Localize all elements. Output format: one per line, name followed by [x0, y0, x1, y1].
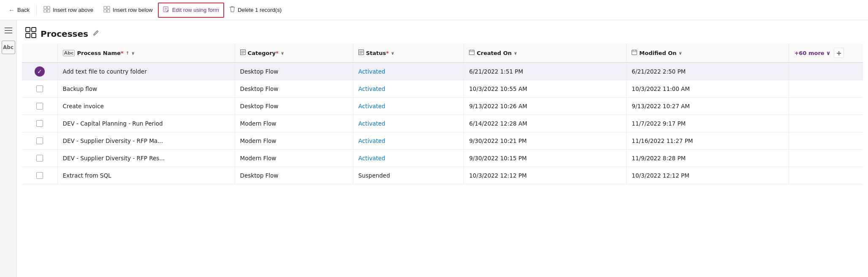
title-edit-icon[interactable] [92, 30, 99, 38]
created-on-cell: 9/30/2022 10:15 PM [464, 150, 627, 167]
modified-on-cell: 11/9/2022 8:28 PM [627, 150, 789, 167]
created-on-sort-icon[interactable]: ∨ [514, 51, 517, 55]
category-column-header[interactable]: Category* ∨ [235, 44, 353, 63]
more-columns-header[interactable]: +60 more ∨ + [789, 44, 863, 63]
more-data-cell [789, 63, 863, 80]
more-columns-chevron: ∨ [826, 50, 831, 56]
category-cell: Desktop Flow [235, 98, 353, 115]
edit-form-icon [163, 6, 170, 14]
table-header-row: Abc Process Name* ↑ ∨ [22, 44, 863, 63]
table-row[interactable]: DEV - Supplier Diversity - RFP Res...Mod… [22, 150, 863, 167]
row-checkbox[interactable] [36, 172, 43, 179]
status-activated: Activated [358, 85, 385, 92]
add-column-button[interactable]: + [834, 48, 844, 58]
checkbox-column-header [22, 44, 57, 63]
process-name-col-icon: Abc [63, 50, 75, 56]
row-checkbox[interactable] [36, 120, 43, 127]
svg-rect-0 [44, 6, 46, 9]
modified-on-sort-icon[interactable]: ∨ [679, 51, 682, 55]
svg-rect-5 [107, 6, 110, 9]
table-body: ✓Add text file to country folderDesktop … [22, 63, 863, 184]
row-checkbox-cell[interactable] [22, 150, 57, 167]
more-columns-button[interactable]: +60 more ∨ [794, 50, 830, 56]
insert-row-below-button[interactable]: Insert row below [98, 3, 158, 18]
required-star-2: * [276, 50, 279, 56]
status-activated: Activated [358, 68, 385, 75]
back-label: Back [17, 7, 30, 13]
delete-record-button[interactable]: Delete 1 record(s) [224, 3, 287, 18]
modified-on-column-header[interactable]: Modified On ∨ [627, 44, 789, 63]
insert-above-icon [43, 6, 50, 14]
more-data-cell [789, 80, 863, 98]
row-checkbox-cell[interactable] [22, 167, 57, 184]
svg-rect-4 [104, 6, 106, 9]
row-checkbox-cell[interactable]: ✓ [22, 63, 57, 80]
modified-on-cell: 10/3/2022 11:00 AM [627, 80, 789, 98]
created-on-cell: 6/21/2022 1:51 PM [464, 63, 627, 80]
sort-asc-icon[interactable]: ↑ [126, 51, 129, 55]
row-checkbox[interactable] [36, 85, 43, 92]
modified-on-cell: 9/13/2022 10:27 AM [627, 98, 789, 115]
process-name-cell: Extract from SQL [57, 167, 235, 184]
row-checkbox[interactable] [36, 137, 43, 144]
category-col-label: Category* [248, 50, 279, 56]
table-row[interactable]: DEV - Supplier Diversity - RFP Ma...Mode… [22, 132, 863, 150]
table-row[interactable]: ✓Add text file to country folderDesktop … [22, 63, 863, 80]
status-col-label: Status* [366, 50, 389, 56]
row-checkbox-cell[interactable] [22, 132, 57, 150]
status-sort-icon[interactable]: ∨ [391, 51, 394, 55]
insert-row-above-button[interactable]: Insert row above [38, 3, 98, 18]
modified-on-cell: 6/21/2022 2:50 PM [627, 63, 789, 80]
category-sort-icon[interactable]: ∨ [281, 51, 284, 55]
delete-label: Delete 1 record(s) [238, 7, 282, 13]
edit-row-form-button[interactable]: Edit row using form [158, 3, 224, 18]
status-column-header[interactable]: Status* ∨ [353, 44, 464, 63]
page-title: Processes [41, 29, 88, 39]
status-cell: Activated [353, 115, 464, 132]
separator-1 [36, 5, 37, 15]
menu-icon[interactable] [2, 24, 15, 37]
process-name-cell: DEV - Supplier Diversity - RFP Ma... [57, 132, 235, 150]
abc-icon[interactable]: Abc [2, 41, 15, 54]
status-activated: Activated [358, 137, 385, 144]
table-row[interactable]: Extract from SQLDesktop FlowSuspended10/… [22, 167, 863, 184]
svg-rect-1 [47, 6, 50, 9]
table-row[interactable]: Create invoiceDesktop FlowActivated9/13/… [22, 98, 863, 115]
row-checkbox[interactable] [36, 103, 43, 110]
left-sidebar: Abc [0, 20, 17, 277]
row-checkbox-cell[interactable] [22, 115, 57, 132]
more-data-cell [789, 150, 863, 167]
back-icon: ← [8, 6, 15, 14]
svg-rect-31 [632, 50, 637, 55]
svg-rect-2 [44, 10, 46, 12]
process-name-column-header[interactable]: Abc Process Name* ↑ ∨ [57, 44, 235, 63]
status-col-icon [358, 49, 364, 56]
modified-on-cell: 10/3/2022 12:12 PM [627, 167, 789, 184]
required-star: * [121, 50, 124, 56]
more-data-cell [789, 98, 863, 115]
row-checkbox[interactable] [36, 155, 43, 162]
status-cell: Activated [353, 80, 464, 98]
sort-desc-icon[interactable]: ∨ [131, 51, 135, 55]
processes-grid-icon [25, 27, 36, 40]
process-name-col-label: Process Name* [77, 50, 123, 56]
modified-on-cell: 11/7/2022 9:17 PM [627, 115, 789, 132]
created-on-column-header[interactable]: Created On ∨ [464, 44, 627, 63]
svg-rect-18 [32, 33, 36, 38]
row-checkbox-cell[interactable] [22, 98, 57, 115]
back-button[interactable]: ← Back [3, 3, 35, 18]
row-checkbox-cell[interactable] [22, 80, 57, 98]
edit-form-label: Edit row using form [172, 7, 219, 13]
table-row[interactable]: DEV - Capital Planning - Run PeriodModer… [22, 115, 863, 132]
category-cell: Desktop Flow [235, 63, 353, 80]
svg-rect-16 [32, 27, 36, 32]
process-name-cell: Create invoice [57, 98, 235, 115]
status-cell: Activated [353, 132, 464, 150]
table-row[interactable]: Backup flowDesktop FlowActivated10/3/202… [22, 80, 863, 98]
created-on-cell: 9/30/2022 10:21 PM [464, 132, 627, 150]
page-header: Processes [17, 20, 868, 44]
modified-on-cell: 11/16/2022 11:27 PM [627, 132, 789, 150]
status-cell: Suspended [353, 167, 464, 184]
category-cell: Modern Flow [235, 115, 353, 132]
svg-rect-17 [26, 33, 30, 38]
